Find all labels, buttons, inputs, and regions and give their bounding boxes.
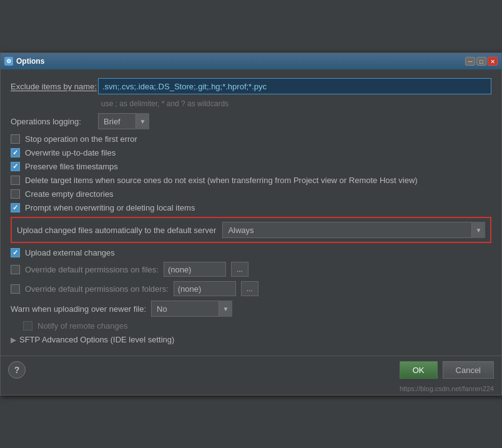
preserve-ts-checkbox[interactable] xyxy=(11,162,20,171)
upload-select-wrapper: Always Never Ask ▼ xyxy=(222,222,485,238)
sftp-label[interactable]: SFTP Advanced Options (IDE level setting… xyxy=(19,335,174,344)
window-icon: ⚙ xyxy=(4,57,13,66)
overwrite-label: Overwrite up-to-date files xyxy=(25,148,116,157)
create-empty-checkbox[interactable] xyxy=(11,189,20,199)
ops-logging-select[interactable]: Brief Verbose None xyxy=(98,113,149,129)
notify-remote-checkbox[interactable] xyxy=(23,321,32,331)
override-files-checkbox[interactable] xyxy=(11,265,20,274)
minimize-button[interactable]: ─ xyxy=(465,57,475,66)
upload-select[interactable]: Always Never Ask xyxy=(222,222,485,238)
ops-logging-label: Operations logging: xyxy=(11,117,98,126)
exclude-hint: use ; as delimiter, * and ? as wildcards xyxy=(101,99,491,108)
checkbox-overwrite: Overwrite up-to-date files xyxy=(11,148,491,157)
override-files-browse-button[interactable]: ... xyxy=(231,262,249,277)
override-folders-input[interactable] xyxy=(174,281,236,296)
options-dialog: ⚙ Options ─ □ ✕ Exclude items by name: u… xyxy=(0,52,502,396)
notify-remote-label: Notify of remote changes xyxy=(37,321,128,331)
delete-target-label: Delete target items when source ones do … xyxy=(25,176,418,185)
warn-select[interactable]: No Yes xyxy=(151,301,232,317)
close-button[interactable]: ✕ xyxy=(488,57,498,66)
window-title: Options xyxy=(16,57,44,66)
override-folders-checkbox[interactable] xyxy=(11,284,20,294)
checkbox-create-empty: Create empty directories xyxy=(11,189,491,199)
exclude-label: Exclude items by name: xyxy=(11,82,98,91)
stop-op-checkbox[interactable] xyxy=(11,134,20,144)
help-button[interactable]: ? xyxy=(8,361,26,379)
delete-target-checkbox[interactable] xyxy=(11,176,20,185)
override-folders-label: Override default permissions on folders: xyxy=(25,284,169,294)
checkbox-prompt-overwrite: Prompt when overwriting or deleting loca… xyxy=(11,203,491,212)
sftp-arrow-icon: ▶ xyxy=(11,336,16,344)
override-folders-browse-button[interactable]: ... xyxy=(241,281,258,296)
title-bar: ⚙ Options ─ □ ✕ xyxy=(1,53,501,69)
override-files-input[interactable] xyxy=(164,262,226,277)
exclude-row: Exclude items by name: xyxy=(11,78,491,94)
stop-op-label: Stop operation on the first error xyxy=(25,134,137,144)
checkbox-upload-external: Upload external changes xyxy=(11,248,491,257)
bottom-bar: ? OK Cancel xyxy=(1,356,501,384)
override-folders-row: Override default permissions on folders:… xyxy=(11,281,491,296)
preserve-ts-label: Preserve files timestamps xyxy=(25,162,118,171)
ok-button[interactable]: OK xyxy=(400,361,438,379)
action-buttons: OK Cancel xyxy=(400,361,494,379)
warn-label: Warn when uploading over newer file: xyxy=(11,304,146,314)
watermark: https://blog.csdn.net/fanren224 xyxy=(1,384,501,395)
checkbox-stop-op: Stop operation on the first error xyxy=(11,134,491,144)
dialog-content: Exclude items by name: use ; as delimite… xyxy=(1,69,501,356)
warn-row: Warn when uploading over newer file: No … xyxy=(11,301,491,317)
title-bar-left: ⚙ Options xyxy=(4,57,44,66)
prompt-overwrite-label: Prompt when overwriting or deleting loca… xyxy=(25,203,195,212)
upload-external-label: Upload external changes xyxy=(25,248,115,257)
upload-external-checkbox[interactable] xyxy=(11,248,20,257)
ops-logging-select-wrapper: Brief Verbose None ▼ xyxy=(98,113,149,129)
override-files-row: Override default permissions on files: .… xyxy=(11,262,491,277)
exclude-input[interactable] xyxy=(98,78,491,94)
override-files-label: Override default permissions on files: xyxy=(25,265,159,274)
prompt-overwrite-checkbox[interactable] xyxy=(11,203,20,212)
ops-logging-row: Operations logging: Brief Verbose None ▼ xyxy=(11,113,491,129)
overwrite-checkbox[interactable] xyxy=(11,148,20,157)
checkbox-notify-remote: Notify of remote changes xyxy=(23,321,491,331)
upload-label: Upload changed files automatically to th… xyxy=(17,226,216,235)
warn-select-wrapper: No Yes ▼ xyxy=(151,301,232,317)
upload-row: Upload changed files automatically to th… xyxy=(11,217,491,243)
sftp-row: ▶ SFTP Advanced Options (IDE level setti… xyxy=(11,335,491,344)
cancel-button[interactable]: Cancel xyxy=(443,361,494,379)
checkbox-delete-target: Delete target items when source ones do … xyxy=(11,176,491,185)
title-controls: ─ □ ✕ xyxy=(465,57,498,66)
create-empty-label: Create empty directories xyxy=(25,189,114,199)
restore-button[interactable]: □ xyxy=(476,57,486,66)
checkbox-preserve-ts: Preserve files timestamps xyxy=(11,162,491,171)
